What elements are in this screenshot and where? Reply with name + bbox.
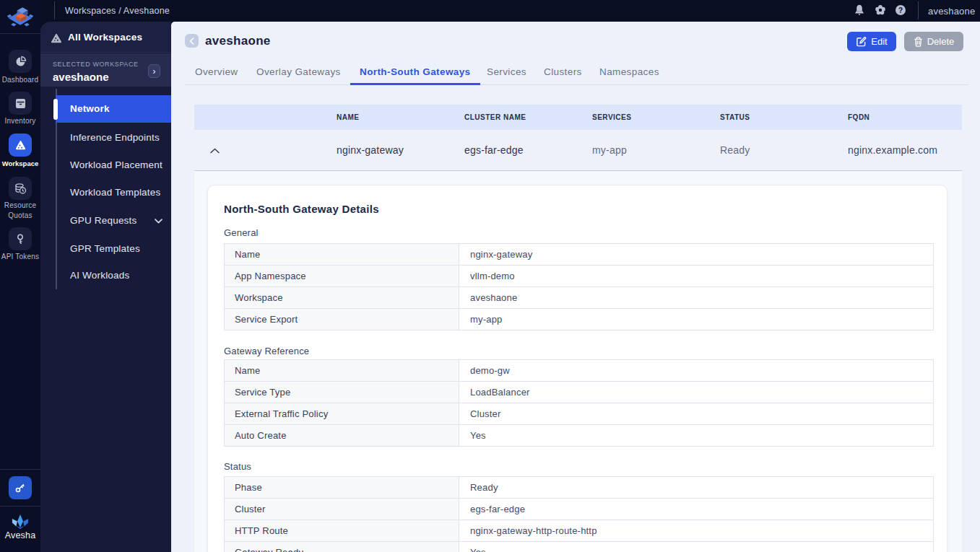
svg-text:?: ? <box>898 6 903 14</box>
